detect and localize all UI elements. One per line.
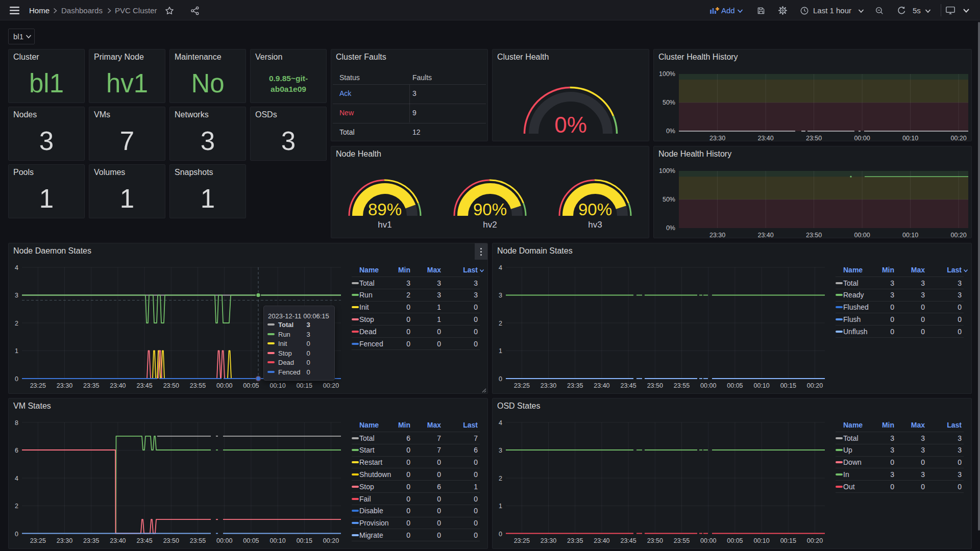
svg-text:23:45: 23:45 (136, 382, 152, 389)
svg-text:2: 2 (15, 320, 18, 327)
svg-text:23:30: 23:30 (709, 232, 725, 238)
svg-text:00:10: 00:10 (902, 232, 918, 238)
svg-text:3: 3 (15, 292, 18, 299)
svg-text:23:30: 23:30 (709, 135, 725, 141)
svg-text:1: 1 (499, 503, 502, 510)
svg-text:hv3: hv3 (588, 220, 602, 230)
svg-text:00:15: 00:15 (297, 382, 312, 389)
svg-text:23:45: 23:45 (620, 537, 636, 544)
svg-text:23:30: 23:30 (541, 537, 556, 544)
svg-text:50%: 50% (663, 196, 675, 203)
svg-text:23:35: 23:35 (567, 382, 583, 389)
svg-text:23:50: 23:50 (163, 382, 179, 389)
svg-text:00:00: 00:00 (216, 382, 232, 389)
svg-text:23:55: 23:55 (190, 537, 206, 544)
svg-text:00:20: 00:20 (323, 382, 339, 389)
svg-text:4: 4 (15, 264, 18, 271)
svg-text:00:15: 00:15 (297, 537, 312, 544)
svg-text:2: 2 (499, 475, 502, 482)
svg-text:1: 1 (499, 347, 502, 355)
svg-text:23:40: 23:40 (757, 135, 773, 141)
svg-text:50%: 50% (663, 99, 675, 106)
svg-text:6: 6 (15, 447, 18, 454)
svg-text:00:10: 00:10 (270, 382, 285, 389)
svg-text:23:50: 23:50 (806, 232, 822, 238)
svg-text:23:40: 23:40 (110, 537, 126, 544)
svg-text:0: 0 (15, 375, 18, 383)
svg-text:23:50: 23:50 (647, 382, 663, 389)
svg-text:23:40: 23:40 (594, 382, 609, 389)
svg-text:3: 3 (499, 292, 502, 299)
svg-text:23:30: 23:30 (541, 382, 556, 389)
svg-text:23:55: 23:55 (674, 537, 690, 544)
svg-text:2: 2 (15, 503, 18, 510)
svg-text:hv2: hv2 (483, 220, 497, 230)
svg-text:23:55: 23:55 (674, 382, 690, 389)
svg-text:23:25: 23:25 (514, 382, 530, 389)
svg-text:00:10: 00:10 (753, 537, 769, 544)
svg-text:90%: 90% (473, 200, 507, 219)
svg-text:4: 4 (499, 419, 502, 427)
svg-text:00:10: 00:10 (753, 382, 769, 389)
svg-text:hv1: hv1 (378, 220, 391, 230)
svg-text:00:05: 00:05 (727, 382, 743, 389)
svg-text:00:10: 00:10 (902, 135, 918, 141)
svg-text:89%: 89% (368, 200, 402, 219)
svg-text:23:40: 23:40 (757, 232, 773, 238)
svg-text:00:00: 00:00 (854, 232, 870, 238)
svg-text:0%: 0% (666, 128, 675, 135)
svg-text:23:25: 23:25 (514, 537, 530, 544)
svg-text:00:20: 00:20 (950, 135, 966, 141)
svg-text:23:45: 23:45 (136, 537, 152, 544)
svg-text:00:20: 00:20 (950, 232, 966, 238)
svg-text:23:55: 23:55 (190, 382, 206, 389)
svg-text:23:35: 23:35 (83, 537, 99, 544)
svg-text:90%: 90% (578, 200, 612, 219)
svg-text:0%: 0% (554, 112, 587, 137)
svg-text:3: 3 (499, 447, 502, 454)
svg-text:23:30: 23:30 (57, 382, 72, 389)
svg-text:00:05: 00:05 (727, 537, 743, 544)
svg-text:100%: 100% (659, 167, 675, 174)
svg-text:23:50: 23:50 (806, 135, 822, 141)
svg-text:23:45: 23:45 (620, 382, 636, 389)
svg-text:00:05: 00:05 (243, 382, 259, 389)
svg-text:23:40: 23:40 (110, 382, 126, 389)
svg-text:00:00: 00:00 (216, 537, 232, 544)
svg-text:00:00: 00:00 (700, 537, 716, 544)
svg-text:1: 1 (15, 347, 18, 355)
svg-text:23:30: 23:30 (57, 537, 72, 544)
svg-text:00:20: 00:20 (807, 537, 823, 544)
svg-text:00:20: 00:20 (323, 537, 339, 544)
svg-text:23:40: 23:40 (594, 537, 609, 544)
svg-text:00:00: 00:00 (854, 135, 870, 141)
svg-text:23:50: 23:50 (647, 537, 663, 544)
svg-text:23:25: 23:25 (30, 382, 46, 389)
svg-text:0: 0 (499, 531, 502, 538)
svg-text:0%: 0% (666, 224, 675, 232)
svg-text:00:20: 00:20 (807, 382, 823, 389)
svg-text:23:50: 23:50 (163, 537, 179, 544)
svg-text:23:35: 23:35 (567, 537, 583, 544)
svg-text:100%: 100% (659, 70, 675, 78)
svg-text:00:00: 00:00 (700, 382, 716, 389)
svg-text:0: 0 (499, 375, 502, 383)
svg-text:23:35: 23:35 (83, 382, 99, 389)
svg-text:00:05: 00:05 (243, 537, 259, 544)
svg-text:4: 4 (499, 264, 502, 271)
svg-text:4: 4 (15, 475, 18, 482)
svg-text:00:15: 00:15 (780, 537, 796, 544)
svg-text:0: 0 (15, 531, 18, 538)
svg-text:00:10: 00:10 (270, 537, 285, 544)
svg-text:00:15: 00:15 (780, 382, 796, 389)
svg-text:23:25: 23:25 (30, 537, 46, 544)
svg-text:8: 8 (15, 419, 18, 427)
svg-text:2: 2 (499, 320, 502, 327)
